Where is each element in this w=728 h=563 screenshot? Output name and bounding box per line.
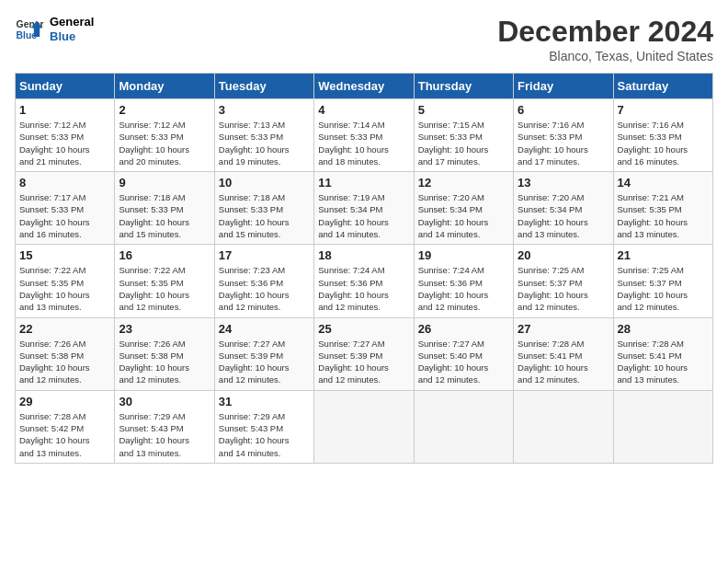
calendar-cell: 7Sunrise: 7:16 AM Sunset: 5:33 PM Daylig… [613,99,712,172]
calendar-cell: 1Sunrise: 7:12 AM Sunset: 5:33 PM Daylig… [16,99,115,172]
calendar-cell: 15Sunrise: 7:22 AM Sunset: 5:35 PM Dayli… [16,245,115,317]
day-number: 30 [119,395,210,408]
calendar-cell: 29Sunrise: 7:28 AM Sunset: 5:42 PM Dayli… [16,390,115,463]
calendar-week-2: 15Sunrise: 7:22 AM Sunset: 5:35 PM Dayli… [16,245,713,317]
day-info: Sunrise: 7:16 AM Sunset: 5:33 PM Dayligh… [518,119,609,167]
day-number: 4 [318,103,409,117]
day-number: 26 [418,322,509,336]
day-info: Sunrise: 7:20 AM Sunset: 5:34 PM Dayligh… [418,191,509,240]
day-number: 19 [418,248,509,262]
day-info: Sunrise: 7:25 AM Sunset: 5:37 PM Dayligh… [618,264,709,313]
day-number: 16 [119,248,210,262]
day-info: Sunrise: 7:21 AM Sunset: 5:35 PM Dayligh… [618,191,709,240]
day-info: Sunrise: 7:24 AM Sunset: 5:36 PM Dayligh… [318,264,409,313]
header-friday: Friday [514,74,613,99]
day-info: Sunrise: 7:22 AM Sunset: 5:35 PM Dayligh… [119,264,210,313]
day-number: 15 [19,248,110,262]
day-number: 6 [518,103,609,117]
day-number: 2 [119,103,210,117]
day-number: 31 [219,395,310,408]
calendar-cell: 14Sunrise: 7:21 AM Sunset: 5:35 PM Dayli… [613,172,712,245]
day-info: Sunrise: 7:27 AM Sunset: 5:39 PM Dayligh… [219,338,310,386]
header-tuesday: Tuesday [214,74,313,99]
day-info: Sunrise: 7:22 AM Sunset: 5:35 PM Dayligh… [19,264,110,313]
calendar-cell: 9Sunrise: 7:18 AM Sunset: 5:33 PM Daylig… [115,172,214,245]
title-area: December 2024 Blanco, Texas, United Stat… [497,15,713,63]
day-info: Sunrise: 7:28 AM Sunset: 5:41 PM Dayligh… [618,338,709,386]
day-number: 23 [119,322,210,336]
logo-line2: Blue [50,29,94,44]
header-wednesday: Wednesday [314,74,414,99]
day-info: Sunrise: 7:16 AM Sunset: 5:33 PM Dayligh… [618,119,709,167]
header-monday: Monday [115,74,214,99]
day-info: Sunrise: 7:29 AM Sunset: 5:43 PM Dayligh… [119,410,210,459]
calendar-subtitle: Blanco, Texas, United States [497,49,713,63]
calendar-table: SundayMondayTuesdayWednesdayThursdayFrid… [15,73,713,464]
calendar-cell: 8Sunrise: 7:17 AM Sunset: 5:33 PM Daylig… [16,172,115,245]
day-info: Sunrise: 7:12 AM Sunset: 5:33 PM Dayligh… [19,119,110,167]
calendar-cell: 31Sunrise: 7:29 AM Sunset: 5:43 PM Dayli… [214,390,313,463]
logo: General Blue General Blue [15,15,94,44]
day-number: 29 [19,395,110,408]
day-number: 22 [19,322,110,336]
calendar-cell: 24Sunrise: 7:27 AM Sunset: 5:39 PM Dayli… [214,317,313,390]
day-number: 1 [19,103,110,117]
day-number: 21 [618,248,709,262]
calendar-cell [414,390,513,463]
day-info: Sunrise: 7:17 AM Sunset: 5:33 PM Dayligh… [19,191,110,240]
calendar-cell: 28Sunrise: 7:28 AM Sunset: 5:41 PM Dayli… [613,317,712,390]
day-info: Sunrise: 7:27 AM Sunset: 5:40 PM Dayligh… [418,338,509,386]
day-number: 27 [518,322,609,336]
day-number: 14 [618,176,709,190]
header-thursday: Thursday [414,74,513,99]
calendar-cell: 12Sunrise: 7:20 AM Sunset: 5:34 PM Dayli… [414,172,513,245]
logo-line1: General [50,15,94,29]
calendar-cell: 17Sunrise: 7:23 AM Sunset: 5:36 PM Dayli… [214,245,313,317]
day-number: 5 [418,103,509,117]
day-info: Sunrise: 7:23 AM Sunset: 5:36 PM Dayligh… [219,264,310,313]
calendar-cell: 3Sunrise: 7:13 AM Sunset: 5:33 PM Daylig… [214,99,313,172]
day-info: Sunrise: 7:25 AM Sunset: 5:37 PM Dayligh… [518,264,609,313]
day-info: Sunrise: 7:24 AM Sunset: 5:36 PM Dayligh… [418,264,509,313]
day-info: Sunrise: 7:14 AM Sunset: 5:33 PM Dayligh… [318,119,409,167]
calendar-cell: 18Sunrise: 7:24 AM Sunset: 5:36 PM Dayli… [314,245,414,317]
day-info: Sunrise: 7:18 AM Sunset: 5:33 PM Dayligh… [119,191,210,240]
day-number: 25 [318,322,409,336]
calendar-cell: 25Sunrise: 7:27 AM Sunset: 5:39 PM Dayli… [314,317,414,390]
calendar-cell: 19Sunrise: 7:24 AM Sunset: 5:36 PM Dayli… [414,245,513,317]
calendar-cell [314,390,414,463]
header: General Blue General Blue December 2024 … [15,15,713,63]
calendar-cell: 20Sunrise: 7:25 AM Sunset: 5:37 PM Dayli… [514,245,613,317]
calendar-week-3: 22Sunrise: 7:26 AM Sunset: 5:38 PM Dayli… [16,317,713,390]
day-info: Sunrise: 7:15 AM Sunset: 5:33 PM Dayligh… [418,119,509,167]
calendar-cell: 27Sunrise: 7:28 AM Sunset: 5:41 PM Dayli… [514,317,613,390]
calendar-cell [514,390,613,463]
day-number: 17 [219,248,310,262]
calendar-cell: 23Sunrise: 7:26 AM Sunset: 5:38 PM Dayli… [115,317,214,390]
day-info: Sunrise: 7:26 AM Sunset: 5:38 PM Dayligh… [19,338,110,386]
day-number: 9 [119,176,210,190]
calendar-cell: 5Sunrise: 7:15 AM Sunset: 5:33 PM Daylig… [414,99,513,172]
calendar-cell: 16Sunrise: 7:22 AM Sunset: 5:35 PM Dayli… [115,245,214,317]
calendar-week-1: 8Sunrise: 7:17 AM Sunset: 5:33 PM Daylig… [16,172,713,245]
header-sunday: Sunday [16,74,115,99]
calendar-cell: 11Sunrise: 7:19 AM Sunset: 5:34 PM Dayli… [314,172,414,245]
day-number: 7 [618,103,709,117]
calendar-cell: 30Sunrise: 7:29 AM Sunset: 5:43 PM Dayli… [115,390,214,463]
calendar-cell: 21Sunrise: 7:25 AM Sunset: 5:37 PM Dayli… [613,245,712,317]
day-info: Sunrise: 7:28 AM Sunset: 5:42 PM Dayligh… [19,410,110,459]
calendar-cell [613,390,712,463]
calendar-cell: 4Sunrise: 7:14 AM Sunset: 5:33 PM Daylig… [314,99,414,172]
day-info: Sunrise: 7:27 AM Sunset: 5:39 PM Dayligh… [318,338,409,386]
calendar-week-0: 1Sunrise: 7:12 AM Sunset: 5:33 PM Daylig… [16,99,713,172]
calendar-cell: 10Sunrise: 7:18 AM Sunset: 5:33 PM Dayli… [214,172,313,245]
day-number: 3 [219,103,310,117]
day-number: 11 [318,176,409,190]
day-number: 20 [518,248,609,262]
day-number: 24 [219,322,310,336]
day-number: 12 [418,176,509,190]
day-info: Sunrise: 7:28 AM Sunset: 5:41 PM Dayligh… [518,338,609,386]
day-number: 18 [318,248,409,262]
day-info: Sunrise: 7:20 AM Sunset: 5:34 PM Dayligh… [518,191,609,240]
calendar-header-row: SundayMondayTuesdayWednesdayThursdayFrid… [16,74,713,99]
